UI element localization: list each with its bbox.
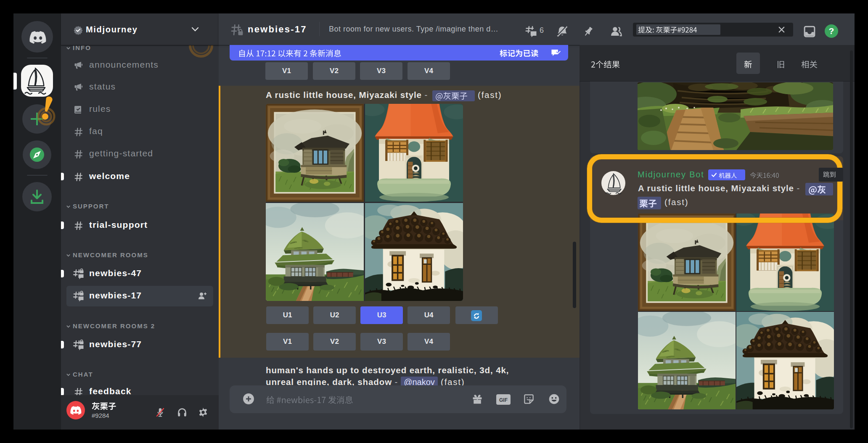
svg-text:GIF: GIF: [499, 397, 508, 403]
